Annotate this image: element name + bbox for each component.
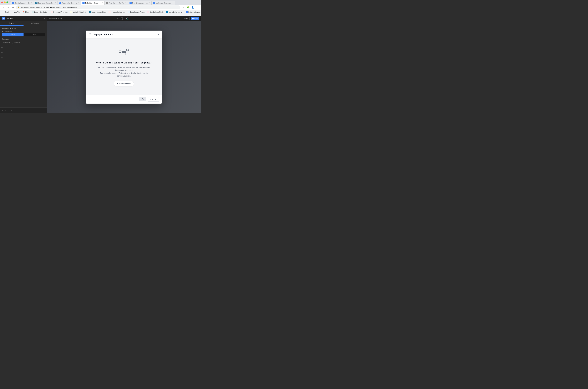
save-button[interactable]: Save	[183, 17, 190, 20]
bookmark-label-9: Brand Logos Free...	[130, 11, 144, 13]
modal-close-button[interactable]: ×	[158, 33, 159, 36]
bookmark-youtube[interactable]: ▶ YouTube	[10, 11, 21, 13]
bookmark-login1[interactable]: Login • Specialitie...	[31, 11, 49, 13]
eye-icon[interactable]: 👁	[2, 109, 3, 111]
tab-close-3[interactable]: ×	[78, 2, 79, 4]
bm-favicon-6	[70, 11, 72, 13]
sidebar-settings-icon[interactable]: ⚙	[1, 46, 3, 49]
tab-close-2[interactable]: ×	[55, 2, 56, 4]
bookmark-login2[interactable]: Login • Specialitie...	[89, 11, 107, 13]
tab-favicon-3: Be	[59, 2, 61, 4]
minimize-traffic-light[interactable]	[4, 1, 6, 3]
svg-line-5	[121, 52, 122, 52]
bookmark-betheme[interactable]: Betheme Support...	[185, 11, 201, 13]
bookmark-button[interactable]: ☆	[181, 6, 185, 9]
loading-spinner	[141, 98, 144, 100]
lock-icon: 🔒	[18, 6, 20, 8]
be-logo: Be	[2, 17, 5, 20]
browser-tab-2[interactable]: W Bacheca < Specialities s.r.l. -... ×	[34, 1, 57, 5]
modal-overlay: Display Conditions ×	[47, 21, 201, 113]
back-button[interactable]: ←	[2, 6, 5, 9]
undo-icon[interactable]: ↪	[8, 109, 9, 111]
tab-close-1[interactable]: ×	[31, 2, 32, 4]
reload-button[interactable]: ↻	[11, 6, 15, 9]
expand-icon[interactable]: ⤢	[11, 109, 12, 111]
scroll-visibility-section: Scroll visibility Default ON	[2, 31, 45, 36]
sidebar-header-left: Be Section	[2, 17, 13, 20]
sidebar-section-title: Section	[6, 17, 13, 20]
extension-button[interactable]: 🧩	[186, 6, 190, 9]
bookmark-download[interactable]: Download Free Ve...	[50, 11, 69, 13]
desktop-icon[interactable]: 🖥	[116, 17, 118, 20]
sidebar-close-button[interactable]: ×	[44, 17, 45, 20]
add-condition-button[interactable]: + Add condition	[114, 81, 134, 86]
bookmark-label-11: LinkedIn l'orario gi...	[169, 11, 183, 13]
tab-close-6[interactable]: ×	[149, 2, 150, 4]
bookmark-royalty[interactable]: Royalty Free Musi...	[146, 11, 165, 13]
bm-favicon-12	[186, 11, 188, 13]
browser-chrome: S Specialities s.r.l. - Distributor... ×…	[0, 0, 201, 16]
tab-favicon-7: G	[153, 2, 155, 4]
page-editor: Responsive mode 🖥 📱 📲 Save Publish	[47, 16, 201, 113]
menu-button[interactable]: ⋮	[196, 6, 199, 9]
publish-button[interactable]: Publish	[191, 17, 199, 20]
modal-title: Display Conditions	[93, 33, 113, 36]
tab-label-3: Relais nelle Rose – Agriturism...	[62, 2, 78, 4]
sidebar-chart-icon[interactable]: ↑↓	[1, 56, 3, 58]
sidebar-tabs: Layout Advanced	[0, 21, 47, 26]
fullscreen-traffic-light[interactable]	[6, 1, 8, 3]
toolbar-center-icons: 🖥 📱 📲	[116, 17, 128, 20]
bookmark-maps[interactable]: 📍 Maps	[22, 11, 30, 13]
bm-favicon-7	[89, 11, 91, 13]
tab-layout[interactable]: Layout	[0, 21, 24, 26]
tablet-icon[interactable]: 📱	[121, 17, 123, 20]
bookmark-label-12: Betheme Support...	[188, 11, 201, 13]
bookmark-label-10: Royalty Free Musi...	[150, 11, 164, 13]
close-traffic-light[interactable]	[1, 1, 3, 3]
closeable-disabled[interactable]: Disabled	[2, 41, 11, 44]
tab-label-6: New Discussion — Betheme S...	[132, 2, 148, 4]
bookmark-immagini[interactable]: Immagini e foto gr...	[108, 11, 126, 13]
forward-button[interactable]: →	[6, 6, 10, 9]
sidebar-content: Header options Scroll visibility Default…	[0, 26, 47, 46]
browser-tab-6[interactable]: Be New Discussion — Betheme S... ×	[128, 1, 151, 5]
save-loading-button[interactable]	[139, 97, 146, 101]
tabs-bar: S Specialities s.r.l. - Distributor... ×…	[10, 0, 200, 5]
closeable-enabled[interactable]: Enabled	[12, 41, 21, 44]
tab-label-4: BeBuilder | Relais nelle Rose A...	[85, 2, 101, 4]
bookmark-label-maps: Maps	[25, 11, 29, 13]
gmail-favicon: ✉	[2, 11, 4, 13]
browser-tab-4[interactable]: Be BeBuilder | Relais nelle Rose A... ×	[81, 1, 104, 5]
browser-tab-1[interactable]: S Specialities s.r.l. - Distributor... ×	[10, 1, 34, 5]
bookmark-label-gmail: Gmail	[5, 11, 9, 13]
bookmark-vettori[interactable]: Vettori, Foto y PS...	[69, 11, 88, 13]
svg-rect-6	[127, 49, 129, 51]
tab-close-4[interactable]: ×	[102, 2, 103, 4]
cancel-button[interactable]: Cancel	[148, 97, 159, 101]
bookmark-label-4: Login • Specialitie...	[34, 11, 48, 13]
bookmark-brand[interactable]: Brand Logos Free...	[127, 11, 145, 13]
sidebar-grid-icon[interactable]: ⊞	[1, 51, 3, 54]
tab-advanced[interactable]: Advanced	[24, 21, 47, 26]
browser-tab-7[interactable]: G traduttore - Cerca con Google ×	[151, 1, 175, 5]
browser-tab-3[interactable]: Be Relais nelle Rose – Agriturism... ×	[57, 1, 81, 5]
profile-button[interactable]: 👤	[191, 6, 194, 9]
address-bar[interactable]: 🔒 relaisnellerose.it/wp-admin/post.php?p…	[16, 5, 180, 9]
bookmark-label-5: Download Free Ve...	[53, 11, 68, 13]
bookmark-gmail[interactable]: ✉ Gmail	[1, 11, 10, 13]
tab-favicon-2: W	[35, 2, 37, 4]
toggle-on[interactable]: ON	[24, 33, 45, 36]
history-icon[interactable]: ↩	[5, 109, 6, 111]
browser-tab-5[interactable]: A Area cliente - KeliUser (relais... ×	[104, 1, 128, 5]
tab-favicon-5: A	[106, 2, 108, 4]
title-bar: S Specialities s.r.l. - Distributor... ×…	[0, 0, 201, 5]
responsive-mode-label: Responsive mode	[49, 18, 62, 19]
bookmark-linkedin[interactable]: LinkedIn l'orario gi...	[165, 11, 184, 13]
bookmark-label-6: Vettori, Foto y PS...	[73, 11, 87, 13]
display-conditions-modal: Display Conditions ×	[86, 31, 162, 103]
tab-close-7[interactable]: ×	[173, 2, 173, 4]
tab-close-5[interactable]: ×	[125, 2, 126, 4]
traffic-lights	[1, 1, 8, 3]
mobile-icon[interactable]: 📲	[126, 17, 128, 20]
toggle-default[interactable]: Default	[2, 33, 24, 36]
